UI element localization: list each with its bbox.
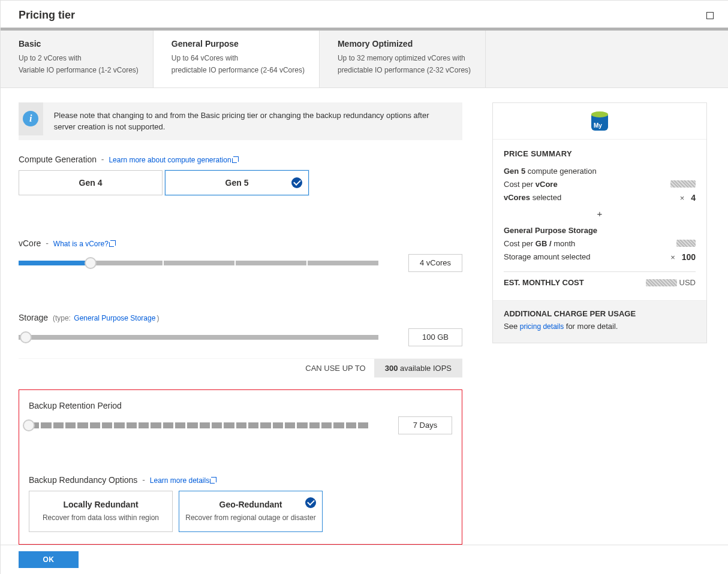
tab-basic-line2: Variable IO performance (1-2 vCores)	[19, 64, 139, 76]
tab-gp-title: General Purpose	[172, 39, 305, 49]
tab-mo-title: Memory Optimized	[338, 39, 471, 49]
compute-gen5-option[interactable]: Gen 5	[165, 170, 309, 195]
redacted-value	[676, 240, 696, 247]
external-link-icon	[110, 240, 116, 246]
tab-gp-line2: predictable IO performance (2-64 vCores)	[172, 64, 305, 76]
compute-gen-learn-more-link[interactable]: Learn more about compute generation	[109, 156, 238, 164]
vcore-learn-more-link[interactable]: What is a vCore?	[53, 240, 116, 248]
vcore-value-display: 4 vCores	[408, 254, 462, 272]
locally-redundant-option[interactable]: Locally Redundant Recover from data loss…	[29, 491, 173, 532]
external-link-icon	[233, 156, 239, 162]
compute-gen4-option[interactable]: Gen 4	[19, 170, 163, 195]
tab-gp-line1: Up to 64 vCores with	[172, 52, 305, 64]
price-storage-amount-row: Storage amount selected × 100	[504, 252, 696, 262]
additional-charge-section: ADDITIONAL CHARGE PER USAGE See pricing …	[493, 300, 706, 343]
tab-general-purpose[interactable]: General Purpose Up to 64 vCores with pre…	[154, 28, 320, 87]
storage-value-display: 100 GB	[408, 328, 462, 346]
iops-indicator: CAN USE UP TO 300 available IOPS	[19, 358, 462, 377]
vcore-label: vCore - What is a vCore?	[19, 238, 462, 248]
check-icon	[291, 177, 302, 188]
external-link-icon	[211, 477, 216, 482]
tab-mo-line1: Up to 32 memory optimized vCores with	[338, 52, 471, 64]
price-vcores-selected-row: vCores selected × 4	[504, 193, 696, 203]
redacted-value	[670, 180, 696, 188]
tab-basic-line1: Up to 2 vCores with	[19, 52, 139, 64]
backup-redundancy-link[interactable]: Learn more details	[150, 476, 216, 485]
backup-slider-thumb[interactable]	[23, 419, 35, 431]
storage-slider[interactable]	[19, 330, 378, 345]
vcore-slider-thumb[interactable]	[85, 257, 97, 269]
storage-type-link[interactable]: General Purpose Storage	[74, 314, 155, 322]
tab-basic-title: Basic	[19, 39, 139, 49]
service-logo: My	[493, 103, 706, 140]
backup-retention-slider[interactable]	[29, 418, 368, 433]
pricing-tier-blade: Pricing tier Basic Up to 2 vCores with V…	[0, 0, 728, 574]
storage-label: Storage (type: General Purpose Storage)	[19, 313, 462, 322]
blade-footer: OK	[1, 545, 728, 574]
compute-gen-label: Compute Generation - Learn more about co…	[19, 155, 462, 164]
blade-header: Pricing tier	[1, 1, 728, 28]
check-icon	[305, 497, 316, 508]
price-summary-title: PRICE SUMMARY	[504, 149, 696, 158]
plus-separator: +	[504, 209, 696, 219]
info-banner: i Please note that changing to and from …	[19, 102, 462, 140]
tab-mo-line2: predictable IO performance (2-32 vCores)	[338, 64, 471, 76]
expand-icon[interactable]	[706, 12, 714, 19]
backup-retention-value-display: 7 Days	[398, 416, 452, 434]
tier-tabs: Basic Up to 2 vCores with Variable IO pe…	[1, 31, 728, 88]
vcore-slider[interactable]	[19, 256, 378, 270]
ok-button[interactable]: OK	[19, 551, 79, 568]
price-cost-per-vcore-row: Cost per vCore	[504, 180, 696, 189]
blade-title: Pricing tier	[19, 9, 75, 22]
price-summary-panel: My PRICE SUMMARY Gen 5 compute generatio…	[492, 102, 707, 343]
info-banner-text: Please note that changing to and from th…	[43, 102, 462, 140]
tab-basic[interactable]: Basic Up to 2 vCores with Variable IO pe…	[1, 28, 154, 87]
price-storage-title-row: General Purpose Storage	[504, 226, 696, 235]
additional-charge-title: ADDITIONAL CHARGE PER USAGE	[504, 309, 696, 318]
info-icon: i	[19, 102, 43, 135]
est-monthly-cost-row: EST. MONTHLY COST USD	[504, 278, 696, 287]
geo-redundant-option[interactable]: Geo-Redundant Recover from regional outa…	[179, 491, 323, 532]
backup-redundancy-label: Backup Redundancy Options - Learn more d…	[29, 475, 452, 485]
backup-section-highlight: Backup Retention Period	[19, 389, 462, 545]
tab-memory-optimized[interactable]: Memory Optimized Up to 32 memory optimiz…	[320, 28, 486, 87]
tab-strip-bar	[1, 28, 728, 31]
pricing-details-link[interactable]: pricing details	[520, 322, 564, 331]
price-cost-per-gb-row: Cost per GB / month	[504, 239, 696, 248]
storage-slider-thumb[interactable]	[20, 331, 32, 343]
redacted-value	[646, 279, 677, 286]
backup-retention-label: Backup Retention Period	[29, 401, 452, 410]
price-gen-row: Gen 5 compute generation	[504, 167, 696, 176]
